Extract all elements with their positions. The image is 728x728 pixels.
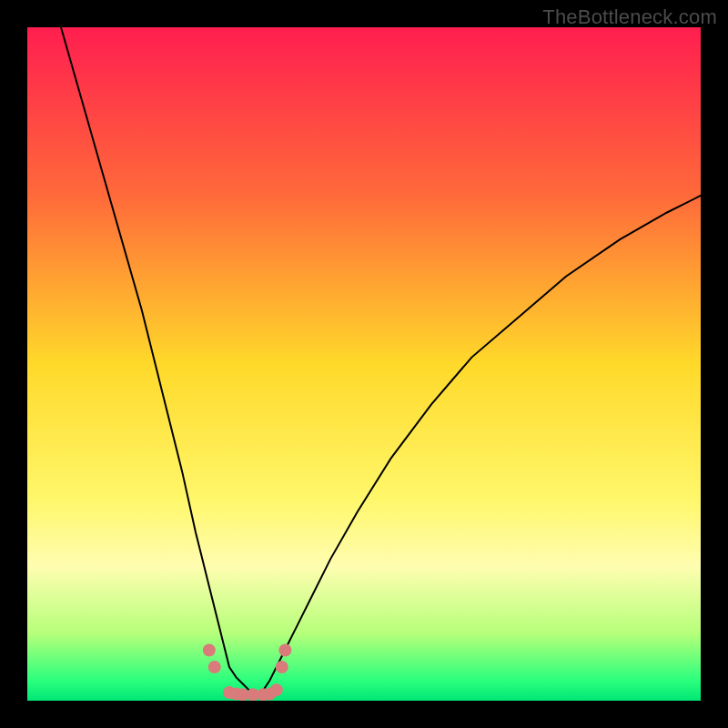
dots-point: [208, 661, 221, 673]
watermark-text: TheBottleneck.com: [542, 5, 717, 29]
dots-point: [203, 644, 216, 657]
chart-frame: TheBottleneck.com: [0, 0, 728, 728]
plot-background: [27, 27, 701, 701]
dots-point: [278, 644, 291, 657]
bottleneck-curve-plot: [27, 27, 701, 701]
dots-point: [270, 683, 283, 696]
dots-point: [276, 661, 288, 673]
